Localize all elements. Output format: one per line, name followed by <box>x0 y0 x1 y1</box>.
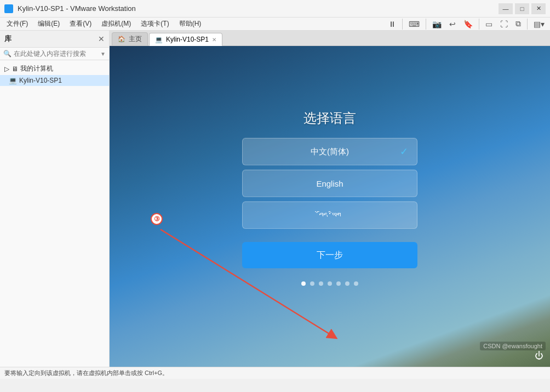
dot-4 <box>328 281 332 286</box>
snapshot-manager-button[interactable]: 🔖 <box>460 19 476 30</box>
dot-6 <box>345 281 350 286</box>
sidebar-close-button[interactable]: ✕ <box>98 34 105 43</box>
vm-tab-icon: 💻 <box>155 36 163 43</box>
main-container: 库 ✕ 🔍 ▼ ▷ 🖥 我的计算机 💻 Kylin-V10-SP1 🏠 <box>0 31 550 367</box>
check-icon: ✓ <box>400 146 408 158</box>
sidebar-header: 库 ✕ <box>0 31 109 48</box>
sidebar-title: 库 <box>4 34 12 44</box>
lang-option-tibetan[interactable]: བོད་ཡིག <box>242 201 417 229</box>
tabs-bar: 🏠 主页 💻 Kylin-V10-SP1 ✕ <box>110 31 550 46</box>
menu-tabs[interactable]: 选项卡(T) <box>136 18 173 30</box>
vm-name-label: Kylin-V10-SP1 <box>19 77 62 84</box>
menu-bar: 文件(F) 编辑(E) 查看(V) 虚拟机(M) 选项卡(T) 帮助(H) ⏸ … <box>0 18 550 31</box>
dot-5 <box>336 281 341 286</box>
home-icon: 🏠 <box>118 36 125 43</box>
search-dropdown-icon[interactable]: ▼ <box>100 51 106 57</box>
tab-home-label: 主页 <box>129 34 142 44</box>
sidebar-tree: ▷ 🖥 我的计算机 💻 Kylin-V10-SP1 <box>0 60 109 367</box>
fullscreen-button[interactable]: ⛶ <box>497 19 511 30</box>
separator-4 <box>527 19 528 30</box>
menu-file[interactable]: 文件(F) <box>2 18 32 30</box>
dialog-title: 选择语言 <box>303 109 356 127</box>
expand-icon: ▷ <box>4 65 9 73</box>
normal-view-button[interactable]: ▭ <box>482 19 496 30</box>
tab-kylin[interactable]: 💻 Kylin-V10-SP1 ✕ <box>149 33 222 46</box>
send-ctrl-alt-del-button[interactable]: ⌨ <box>405 19 423 30</box>
vm-display[interactable]: ③ 选择语言 中文(简体) ✓ <box>110 46 550 367</box>
tab-kylin-label: Kylin-V10-SP1 <box>166 36 209 43</box>
menu-help[interactable]: 帮助(H) <box>175 18 206 30</box>
close-button[interactable]: ✕ <box>531 3 546 14</box>
menu-vm[interactable]: 虚拟机(M) <box>97 18 135 30</box>
page-dots <box>301 281 358 286</box>
tree-vm-kylin[interactable]: 💻 Kylin-V10-SP1 <box>0 75 109 86</box>
lang-english-label: English <box>316 178 343 188</box>
dot-2 <box>310 281 314 286</box>
tree-my-computer[interactable]: ▷ 🖥 我的计算机 <box>0 62 109 75</box>
dot-1 <box>301 281 306 286</box>
dot-3 <box>319 281 323 286</box>
vm-icon: 💻 <box>9 77 17 84</box>
separator-3 <box>479 19 479 30</box>
sidebar: 库 ✕ 🔍 ▼ ▷ 🖥 我的计算机 💻 Kylin-V10-SP1 <box>0 31 110 367</box>
bottom-bar: 要将输入定向到该虚拟机，请在虚拟机内部单击或按 Ctrl+G。 <box>0 367 550 379</box>
my-computer-label: 我的计算机 <box>20 64 53 73</box>
lang-chinese-label: 中文(简体) <box>311 146 349 157</box>
menu-edit[interactable]: 编辑(E) <box>33 18 64 30</box>
app-icon <box>4 4 13 13</box>
revert-snapshot-button[interactable]: ↩ <box>446 19 459 30</box>
minimize-button[interactable]: — <box>499 3 513 14</box>
title-bar: Kylin-V10-SP1 - VMware Workstation — □ ✕ <box>0 0 550 18</box>
take-snapshot-button[interactable]: 📷 <box>429 19 445 30</box>
sidebar-search-area: 🔍 ▼ <box>0 48 109 60</box>
lang-option-chinese[interactable]: 中文(简体) ✓ <box>242 138 417 165</box>
menu-view[interactable]: 查看(V) <box>65 18 96 30</box>
language-dialog: 选择语言 中文(简体) ✓ English བོད་ཡིག <box>242 109 417 286</box>
separator-1 <box>402 19 403 30</box>
next-button[interactable]: 下一步 <box>242 242 417 268</box>
computer-icon: 🖥 <box>12 65 18 73</box>
unity-button[interactable]: ⧉ <box>512 18 524 30</box>
exit-icon[interactable]: ⏻ <box>532 349 546 362</box>
search-input[interactable] <box>14 50 98 57</box>
annotation-3: ③ <box>151 213 163 225</box>
language-options: 中文(简体) ✓ English བོད་ཡིག <box>242 138 417 229</box>
dot-7 <box>354 281 358 286</box>
content-area: 🏠 主页 💻 Kylin-V10-SP1 ✕ ③ <box>110 31 550 367</box>
tab-close-button[interactable]: ✕ <box>212 37 216 43</box>
view-options-button[interactable]: ▤▾ <box>530 19 548 30</box>
search-icon: 🔍 <box>3 50 12 57</box>
lang-tibetan-label: བོད་ཡིག <box>319 210 341 220</box>
restore-button[interactable]: □ <box>515 3 529 14</box>
tab-home[interactable]: 🏠 主页 <box>112 32 148 45</box>
next-button-label: 下一步 <box>317 250 343 259</box>
window-controls: — □ ✕ <box>499 3 546 14</box>
status-text: 要将输入定向到该虚拟机，请在虚拟机内部单击或按 Ctrl+G。 <box>4 369 168 377</box>
separator-2 <box>426 19 426 30</box>
window-title: Kylin-V10-SP1 - VMware Workstation <box>18 4 494 13</box>
pause-button[interactable]: ⏸ <box>385 19 399 30</box>
lang-option-english[interactable]: English <box>242 170 417 197</box>
